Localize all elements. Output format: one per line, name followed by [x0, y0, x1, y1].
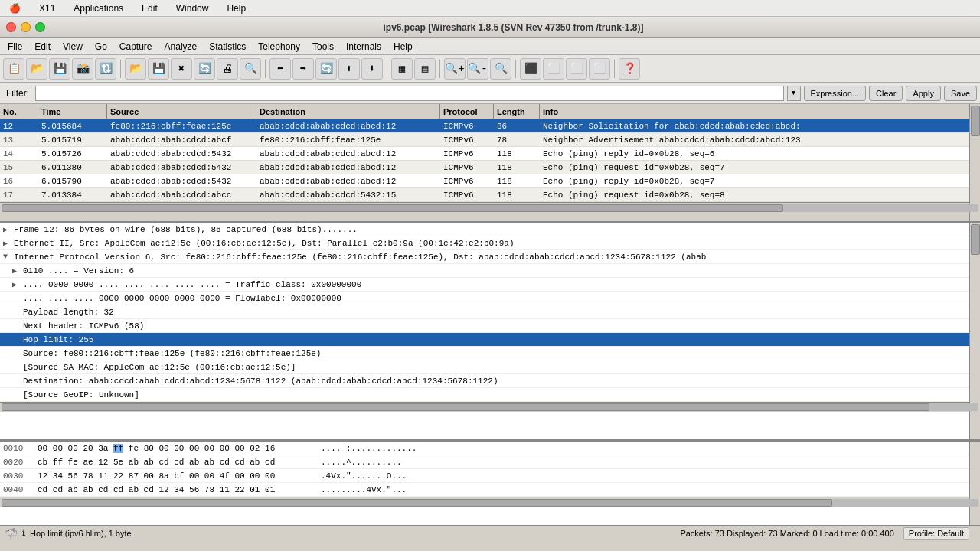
col-header-no[interactable]: No.	[0, 104, 38, 119]
toolbar-btn-save[interactable]: 💾	[49, 58, 70, 80]
detail-row[interactable]: Source: fe80::216:cbff:feae:125e (fe80::…	[0, 347, 980, 360]
table-row[interactable]: 13 5.015719 abab:cdcd:abab:cdcd:abcf fe8…	[0, 133, 980, 147]
scrollbar-thumb[interactable]	[971, 106, 980, 136]
filter-apply-btn[interactable]: Apply	[906, 86, 941, 101]
toolbar-btn-colorfilt2[interactable]: ▤	[414, 58, 436, 80]
hex-scrollbar[interactable]	[969, 442, 980, 525]
detail-row[interactable]: ▼Internet Protocol Version 6, Src: fe80:…	[0, 250, 980, 264]
edit-menu[interactable]: Edit	[139, 2, 161, 15]
toolbar-btn-help[interactable]: ❓	[619, 58, 640, 80]
filter-clear-btn[interactable]: Clear	[869, 86, 903, 101]
detail-row[interactable]: [Source SA MAC: AppleCom_ae:12:5e (00:16…	[0, 360, 980, 374]
minimize-button[interactable]	[21, 22, 31, 32]
detail-row[interactable]: [Source GeoIP: Unknown]	[0, 388, 980, 402]
hex-ascii[interactable]: .....^..........	[321, 458, 402, 467]
toolbar-btn-forward[interactable]: ➡	[292, 58, 314, 80]
toolbar-btn-print[interactable]: 🖨	[217, 58, 238, 80]
apple-menu[interactable]: 🍎	[6, 2, 24, 15]
detail-row[interactable]: Next header: ICMPv6 (58)	[0, 319, 980, 333]
menu-edit[interactable]: Edit	[30, 40, 55, 54]
detail-row[interactable]: ▶Ethernet II, Src: AppleCom_ae:12:5e (00…	[0, 236, 980, 250]
menu-analyze[interactable]: Analyze	[160, 40, 202, 54]
hex-ascii[interactable]: .... :.............	[321, 444, 416, 453]
toolbar-btn-expert[interactable]: ⬜	[543, 58, 564, 80]
toolbar-btn-close[interactable]: 📸	[72, 58, 93, 80]
toolbar-btn-zoom-in[interactable]: 🔍+	[444, 58, 466, 80]
col-header-destination[interactable]: Destination	[256, 104, 440, 119]
table-row[interactable]: 16 6.015790 abab:cdcd:abab:cdcd:5432 aba…	[0, 174, 980, 188]
maximize-button[interactable]	[35, 22, 45, 32]
close-button[interactable]	[6, 22, 16, 32]
toolbar-btn-stream[interactable]: ⬜	[589, 58, 610, 80]
hex-hscrollbar[interactable]	[0, 497, 980, 507]
toolbar-btn-zoom-out[interactable]: 🔍-	[467, 58, 488, 80]
menu-internals[interactable]: Internals	[341, 40, 386, 54]
toolbar-btn-find[interactable]: 🔍	[240, 58, 261, 80]
toolbar-btn-reload[interactable]: 🔃	[95, 58, 116, 80]
hscroll-track[interactable]	[2, 204, 978, 212]
packet-list-hscrollbar[interactable]	[0, 202, 980, 213]
detail-row[interactable]: ▶Frame 12: 86 bytes on wire (688 bits), …	[0, 223, 980, 236]
hex-bytes[interactable]: 12 34 56 78 11 22 87 00 8a bf 00 00 4f 0…	[38, 471, 321, 481]
help-menu[interactable]: Help	[224, 2, 249, 15]
filter-save-btn[interactable]: Save	[944, 86, 977, 101]
x11-menu[interactable]: X11	[36, 2, 58, 15]
toolbar-btn-flow[interactable]: ⬜	[566, 58, 587, 80]
menu-telephony[interactable]: Telephony	[253, 40, 305, 54]
detail-row[interactable]: Destination: abab:cdcd:abab:cdcd:abcd:12…	[0, 374, 980, 388]
toolbar-btn-colorfilt1[interactable]: ▦	[391, 58, 413, 80]
table-row[interactable]: 14 5.015726 abab:cdcd:abab:cdcd:5432 aba…	[0, 147, 980, 161]
filter-input[interactable]	[35, 86, 784, 101]
menu-go[interactable]: Go	[90, 40, 112, 54]
col-header-length[interactable]: Length	[494, 104, 540, 119]
detail-row[interactable]: Hop limit: 255	[0, 333, 980, 347]
hex-ascii[interactable]: .........4Vx."...	[321, 485, 407, 494]
hex-hscroll-thumb[interactable]	[2, 499, 832, 507]
menu-tools[interactable]: Tools	[308, 40, 338, 54]
menu-help[interactable]: Help	[389, 40, 417, 54]
hex-bytes[interactable]: cb ff fe ae 12 5e ab ab cd cd ab ab cd c…	[38, 458, 321, 467]
applications-menu[interactable]: Applications	[70, 2, 126, 15]
toolbar-btn-back[interactable]: ⬅	[270, 58, 291, 80]
toolbar-btn-new[interactable]: 📋	[3, 58, 24, 80]
detail-row[interactable]: ▶.... 0000 0000 .... .... .... .... ....…	[0, 278, 980, 292]
table-row[interactable]: 12 5.015684 fe80::216:cbff:feae:125e aba…	[0, 119, 980, 133]
window-menu[interactable]: Window	[173, 2, 212, 15]
hex-ascii[interactable]: .4Vx.".......O...	[321, 471, 407, 481]
detail-hscrollbar[interactable]	[0, 402, 980, 412]
detail-scrollbar-thumb[interactable]	[971, 224, 980, 255]
detail-hscroll-track[interactable]	[2, 403, 978, 411]
toolbar-btn-refresh[interactable]: 🔄	[194, 58, 215, 80]
col-header-protocol[interactable]: Protocol	[440, 104, 494, 119]
hex-bytes[interactable]: 00 00 00 20 3a ff fe 80 00 00 00 00 00 0…	[38, 444, 321, 453]
filter-dropdown[interactable]: ▼	[787, 86, 801, 101]
detail-row[interactable]: .... .... .... 0000 0000 0000 0000 0000 …	[0, 292, 980, 305]
menu-capture[interactable]: Capture	[115, 40, 157, 54]
toolbar-btn-filesave[interactable]: 📂	[125, 58, 146, 80]
col-header-time[interactable]: Time	[38, 104, 107, 119]
menu-view[interactable]: View	[58, 40, 87, 54]
hscroll-thumb[interactable]	[2, 204, 783, 212]
cell-time: 5.015719	[38, 133, 107, 146]
table-row[interactable]: 15 6.011380 abab:cdcd:abab:cdcd:5432 aba…	[0, 161, 980, 174]
detail-row[interactable]: Payload length: 32	[0, 305, 980, 319]
detail-text: Destination: abab:cdcd:abab:cdcd:abcd:12…	[23, 377, 498, 386]
filter-expression-btn[interactable]: Expression...	[804, 86, 867, 101]
toolbar-btn-open[interactable]: 📂	[26, 58, 47, 80]
toolbar-btn-down[interactable]: ⬇	[361, 58, 383, 80]
toolbar-btn-saveas[interactable]: 💾	[148, 58, 169, 80]
detail-row[interactable]: ▶0110 .... = Version: 6	[0, 264, 980, 278]
toolbar-btn-zoom-reset[interactable]: 🔍	[490, 58, 511, 80]
col-header-source[interactable]: Source	[107, 104, 256, 119]
toolbar-btn-stop[interactable]: ✖	[171, 58, 192, 80]
col-header-info[interactable]: Info	[540, 104, 980, 119]
hex-hscroll-track[interactable]	[2, 499, 978, 507]
toolbar-btn-decode[interactable]: ⬛	[520, 58, 541, 80]
toolbar-btn-jump[interactable]: 🔄	[315, 58, 337, 80]
menu-file[interactable]: File	[3, 40, 27, 54]
table-row[interactable]: 17 7.013384 abab:cdcd:abab:cdcd:abcc aba…	[0, 188, 980, 202]
menu-statistics[interactable]: Statistics	[204, 40, 250, 54]
hex-bytes[interactable]: cd cd ab ab cd cd ab cd 12 34 56 78 11 2…	[38, 485, 321, 494]
detail-hscroll-thumb[interactable]	[2, 403, 929, 411]
toolbar-btn-up[interactable]: ⬆	[338, 58, 360, 80]
